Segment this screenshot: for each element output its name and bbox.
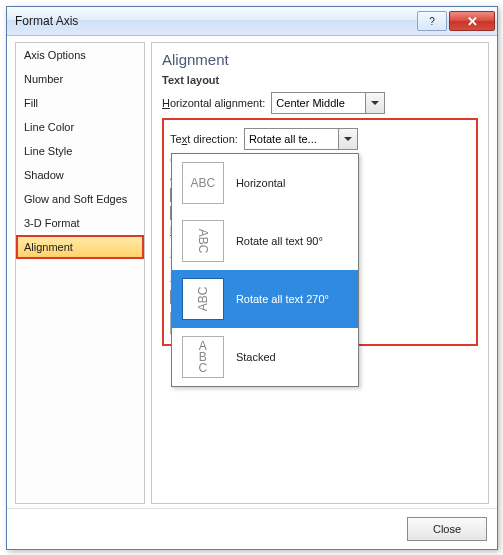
sidebar-item-number[interactable]: Number	[16, 67, 144, 91]
orientation-icon: ABC	[182, 162, 224, 204]
window-title: Format Axis	[15, 14, 415, 28]
dd-label: Rotate all text 90°	[236, 235, 323, 247]
chevron-down-icon	[365, 93, 384, 113]
dialog-body: Axis Options Number Fill Line Color Line…	[7, 36, 497, 508]
dd-label: Stacked	[236, 351, 276, 363]
orientation-icon: ABC	[182, 220, 224, 262]
titlebar[interactable]: Format Axis ? ✕	[7, 7, 497, 36]
dd-item-rotate-270[interactable]: ABC Rotate all text 270°	[172, 270, 358, 328]
orientation-icon: ABC	[182, 278, 224, 320]
text-dir-value: Rotate all te...	[245, 133, 338, 145]
close-button[interactable]: Close	[407, 517, 487, 541]
dd-item-rotate-90[interactable]: ABC Rotate all text 90°	[172, 212, 358, 270]
text-dir-combo[interactable]: Rotate all te... ABC Horizontal ABC Rota…	[244, 128, 358, 150]
panel-heading: Alignment	[162, 51, 478, 68]
h-align-label: Horizontal alignment:	[162, 97, 265, 109]
help-button[interactable]: ?	[417, 11, 447, 31]
dd-item-stacked[interactable]: ABC Stacked	[172, 328, 358, 386]
sidebar-item-axis-options[interactable]: Axis Options	[16, 43, 144, 67]
text-layout-heading: Text layout	[162, 74, 478, 86]
sidebar-item-glow[interactable]: Glow and Soft Edges	[16, 187, 144, 211]
sidebar-item-line-color[interactable]: Line Color	[16, 115, 144, 139]
dd-item-horizontal[interactable]: ABC Horizontal	[172, 154, 358, 212]
text-dir-label: Text direction:	[170, 133, 238, 145]
highlight-region: Text direction: Rotate all te... ABC Hor…	[162, 118, 478, 346]
category-sidebar: Axis Options Number Fill Line Color Line…	[15, 42, 145, 504]
dd-label: Rotate all text 270°	[236, 293, 329, 305]
dialog-window: Format Axis ? ✕ Axis Options Number Fill…	[6, 6, 498, 550]
text-direction-dropdown: ABC Horizontal ABC Rotate all text 90° A…	[171, 153, 359, 387]
chevron-down-icon	[338, 129, 357, 149]
dialog-footer: Close	[7, 508, 497, 549]
main-panel: Alignment Text layout Horizontal alignme…	[151, 42, 489, 504]
sidebar-item-alignment[interactable]: Alignment	[16, 235, 144, 259]
sidebar-item-line-style[interactable]: Line Style	[16, 139, 144, 163]
h-align-combo[interactable]: Center Middle	[271, 92, 385, 114]
sidebar-item-shadow[interactable]: Shadow	[16, 163, 144, 187]
h-align-value: Center Middle	[272, 97, 365, 109]
sidebar-item-3d-format[interactable]: 3-D Format	[16, 211, 144, 235]
close-window-button[interactable]: ✕	[449, 11, 495, 31]
dd-label: Horizontal	[236, 177, 286, 189]
orientation-icon: ABC	[182, 336, 224, 378]
sidebar-item-fill[interactable]: Fill	[16, 91, 144, 115]
